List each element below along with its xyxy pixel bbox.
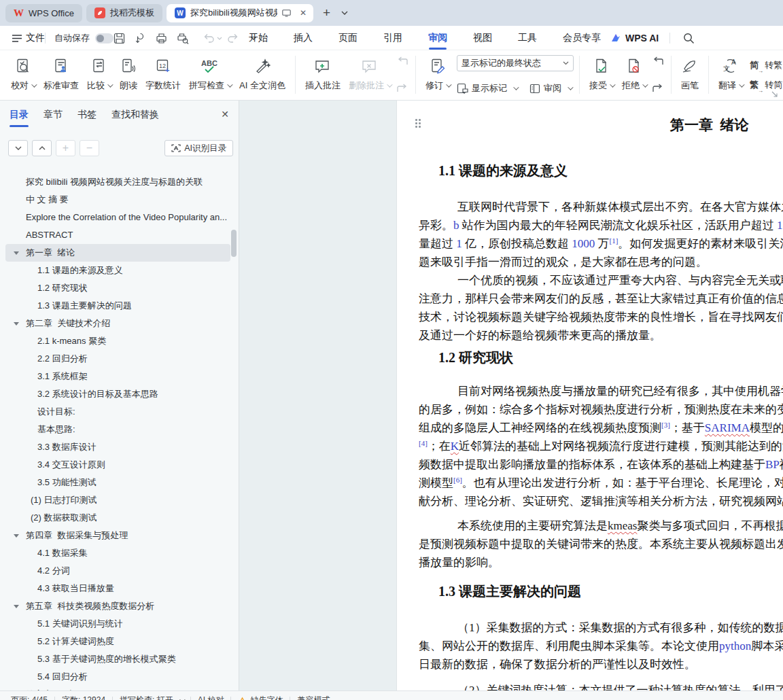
toc-item[interactable]: 4.1 数据采集: [0, 544, 232, 562]
ink-pen-button[interactable]: 画笔: [677, 55, 703, 92]
toc-expand-button[interactable]: [32, 140, 52, 156]
toc-item[interactable]: (1) 日志打印测试: [0, 491, 232, 509]
sidebar-tab-find-replace[interactable]: 查找和替换: [111, 109, 159, 121]
toc-collapse-arrow-icon[interactable]: [14, 534, 19, 538]
sidebar-tab-bookmarks[interactable]: 书签: [77, 109, 97, 121]
read-aloud-button[interactable]: 朗读: [116, 55, 141, 92]
present-to-screen-icon[interactable]: [282, 10, 291, 17]
toc-item[interactable]: 5.2 计算关键词热度: [0, 633, 232, 650]
undo-dropdown-icon[interactable]: [217, 37, 222, 40]
toc-item[interactable]: 3.5 功能性测试: [0, 474, 232, 491]
track-changes-button[interactable]: 修订: [421, 55, 454, 92]
ai-recognize-toc-button[interactable]: AI识别目录: [164, 140, 233, 156]
toc-collapse-arrow-icon[interactable]: [14, 605, 19, 608]
reject-revision-button[interactable]: 拒绝: [618, 55, 650, 92]
accept-revision-button[interactable]: 接受: [585, 55, 618, 92]
tab-document-active[interactable]: W 探究bilibili视频网站视频关注度与标题的关联 ✕: [167, 4, 313, 22]
close-tab-icon[interactable]: ✕: [298, 8, 308, 18]
menu-review[interactable]: 审阅: [428, 32, 447, 44]
previous-comment-icon[interactable]: [396, 56, 408, 67]
status-word-count[interactable]: 字数: 12924: [62, 695, 105, 700]
toc-item[interactable]: ABSTRACT: [0, 226, 232, 244]
toc-item[interactable]: 3.1 系统框架: [0, 368, 232, 385]
status-spellcheck[interactable]: 拼写检查: 打开: [120, 695, 184, 700]
toc-item[interactable]: 5.1 关键词识别与统计: [0, 615, 232, 633]
toc-item[interactable]: 3.2 系统设计的目标及基本思路: [0, 385, 232, 403]
toc-item[interactable]: 2.1 k-means 聚类: [0, 332, 232, 350]
insert-comment-button[interactable]: 插入批注: [301, 55, 345, 92]
reviewing-pane-button[interactable]: 审阅: [529, 82, 572, 94]
toc-collapse-arrow-icon[interactable]: [14, 251, 19, 255]
menu-home[interactable]: 开始: [249, 32, 268, 44]
ribbon-collapse-icon[interactable]: [771, 91, 778, 97]
export-pdf-icon[interactable]: [135, 33, 146, 44]
toc-item[interactable]: Explore the Correlation of the Video Pop…: [0, 209, 232, 226]
next-comment-icon[interactable]: [396, 84, 408, 94]
toc-item[interactable]: 第四章 数据采集与预处理: [0, 527, 232, 544]
menu-view[interactable]: 视图: [473, 32, 492, 44]
sidebar-tab-chapters[interactable]: 章节: [44, 109, 63, 121]
status-page[interactable]: 页面: 4/45: [11, 695, 48, 700]
toc-item[interactable]: 第二章 关键技术介绍: [0, 315, 232, 332]
standard-review-button[interactable]: 标准审查: [39, 55, 83, 92]
to-traditional-button[interactable]: 简 转繁: [750, 59, 782, 71]
status-missing-font[interactable]: 缺失字体: [238, 695, 283, 700]
paragraph-drag-handle-icon[interactable]: [415, 119, 421, 128]
status-ai-proofread[interactable]: AI 校对: [198, 695, 224, 700]
to-simplified-button[interactable]: 繁 转简: [750, 79, 782, 91]
previous-revision-icon[interactable]: [652, 56, 664, 67]
save-icon[interactable]: [114, 33, 125, 44]
toc-item[interactable]: 3.4 交互设计原则: [0, 456, 232, 474]
toc-item[interactable]: 基本思路:: [0, 421, 232, 438]
toc-item[interactable]: 4.3 获取当日播放量: [0, 580, 232, 597]
sidebar-scrollbar-thumb[interactable]: [231, 230, 237, 257]
translate-button[interactable]: 文 A 翻译: [714, 55, 747, 92]
status-compatibility-mode[interactable]: 兼容模式: [297, 695, 330, 700]
markup-state-dropdown[interactable]: 显示标记的最终状态: [457, 55, 574, 71]
sidebar-close-icon[interactable]: ✕: [221, 109, 229, 120]
tab-list-chevron-icon[interactable]: [341, 11, 348, 15]
print-preview-icon[interactable]: [177, 33, 189, 44]
toc-item[interactable]: 第一章 绪论: [5, 244, 230, 262]
toc-item[interactable]: 5.3 基于关键词热度的增长模式聚类: [0, 650, 232, 668]
document-area[interactable]: 第一章 绪论 1.1 课题的来源及意义 1.2 研究现状 1.3 课题主要解决的…: [239, 101, 783, 700]
toc-item[interactable]: 5.4 回归分析: [0, 668, 232, 686]
toc-item[interactable]: 2.2 回归分析: [0, 350, 232, 368]
toc-collapse-button[interactable]: [8, 140, 28, 156]
toc-item[interactable]: 4.2 分词: [0, 562, 232, 580]
word-count-button[interactable]: 12 + 字数统计: [141, 55, 185, 92]
toc-item[interactable]: (2) 数据获取测试: [0, 509, 232, 527]
spell-check-button[interactable]: ABC 拼写检查: [185, 55, 235, 92]
main-menu-icon[interactable]: [12, 35, 22, 42]
toc-item[interactable]: 第五章 科技类视频热度数据分析: [0, 597, 232, 615]
delete-comment-button[interactable]: 删除批注: [345, 55, 395, 92]
show-markup-button[interactable]: 显示标记: [457, 82, 517, 94]
toc-zoom-in-button[interactable]: +: [56, 140, 75, 156]
toc-item[interactable]: 1.2 研究现状: [0, 279, 232, 297]
file-menu[interactable]: 文件: [26, 32, 45, 44]
toc-item[interactable]: 3.3 数据库设计: [0, 438, 232, 456]
toc-zoom-out-button[interactable]: −: [80, 140, 99, 156]
menu-member[interactable]: 会员专享: [563, 32, 601, 44]
menu-reference[interactable]: 引用: [383, 32, 402, 44]
toc-item[interactable]: 设计目标:: [0, 403, 232, 421]
toc-item[interactable]: 1.1 课题的来源及意义: [0, 262, 232, 279]
menu-tools[interactable]: 工具: [518, 32, 537, 44]
redo-icon[interactable]: [227, 33, 239, 43]
next-revision-icon[interactable]: [652, 84, 664, 94]
toc-item[interactable]: 探究 bilibili 视频网站视频关注度与标题的关联: [0, 173, 232, 191]
compare-button[interactable]: 比较: [83, 55, 116, 92]
menu-page[interactable]: 页面: [338, 32, 358, 44]
proofread-button[interactable]: 校对: [7, 55, 39, 92]
toc-item[interactable]: 中 文 摘 要: [0, 191, 232, 209]
ai-polish-button[interactable]: AI 全文润色: [235, 55, 290, 92]
new-tab-icon[interactable]: +: [323, 5, 330, 20]
menu-insert[interactable]: 插入: [294, 32, 313, 44]
toc-collapse-arrow-icon[interactable]: [14, 322, 19, 326]
toc-item[interactable]: 第六章 用户界面: [0, 686, 232, 690]
toc-item[interactable]: 1.3 课题主要解决的问题: [0, 297, 232, 315]
wps-ai-button[interactable]: WPS AI: [610, 26, 659, 50]
search-button[interactable]: [683, 26, 695, 50]
print-icon[interactable]: [156, 33, 167, 44]
tab-wps-office[interactable]: W WPS Office: [5, 4, 82, 22]
